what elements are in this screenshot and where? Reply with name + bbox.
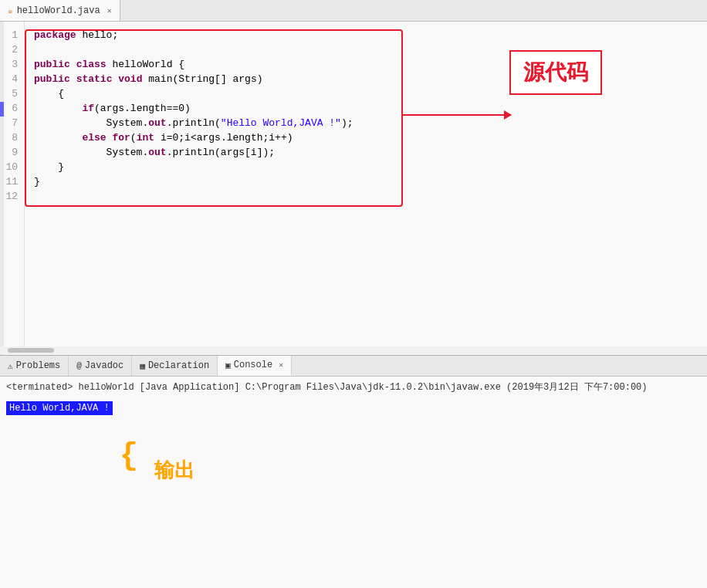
console-output: Hello World,JAVA !	[6, 401, 113, 415]
java-file-icon: ☕	[8, 5, 13, 15]
bottom-panel: ⚠ Problems @ Javadoc ▦ Declaration ▣ Con…	[0, 355, 707, 588]
tab-problems[interactable]: ⚠ Problems	[0, 356, 69, 376]
javadoc-icon: @	[76, 361, 82, 370]
code-line-1: package hello;	[34, 28, 698, 42]
code-line-9: System.out.println(args[i]);	[34, 145, 698, 160]
declaration-icon: ▦	[140, 361, 145, 371]
scrollbar-thumb[interactable]	[8, 348, 54, 353]
code-line-8: else for(int i=0;i<args.length;i++)	[34, 130, 698, 145]
editor-tab-label: helloWorld.java	[17, 5, 100, 16]
output-brace: {	[120, 441, 138, 472]
console-content: <terminated> helloWorld [Java Applicatio…	[0, 377, 707, 418]
code-line-11: }	[34, 174, 698, 189]
tab-problems-label: Problems	[16, 360, 61, 371]
console-close[interactable]: ✕	[279, 360, 283, 370]
editor-container: ☕ helloWorld.java ✕ 1 2 3 4 5 6 7 8 9 10…	[0, 0, 707, 355]
code-line-7: System.out.println("Hello World,JAVA !")…	[34, 116, 698, 130]
output-annotation-label: 输出	[154, 457, 195, 484]
horizontal-scrollbar[interactable]	[0, 346, 707, 354]
tab-javadoc-label: Javadoc	[85, 360, 123, 371]
annotation-arrow	[403, 114, 511, 116]
console-output-container: Hello World,JAVA !	[6, 398, 701, 415]
code-line-10: }	[34, 160, 698, 174]
source-code-label: 源代码	[509, 50, 602, 95]
problems-icon: ⚠	[8, 361, 13, 371]
editor-tab[interactable]: ☕ helloWorld.java ✕	[0, 0, 120, 21]
bottom-tab-bar: ⚠ Problems @ Javadoc ▦ Declaration ▣ Con…	[0, 355, 707, 377]
tab-console-label: Console	[234, 360, 272, 370]
tab-console[interactable]: ▣ Console ✕	[218, 356, 292, 376]
code-content[interactable]: package hello; public class helloWorld {…	[25, 22, 707, 355]
margin-indicator	[0, 102, 4, 117]
left-margin	[0, 22, 4, 355]
tab-declaration-label: Declaration	[148, 360, 209, 371]
tab-declaration[interactable]: ▦ Declaration	[132, 356, 218, 376]
tab-javadoc[interactable]: @ Javadoc	[69, 356, 132, 376]
console-terminated-line: <terminated> helloWorld [Java Applicatio…	[6, 380, 701, 395]
code-line-6: if(args.length==0)	[34, 101, 698, 116]
console-icon: ▣	[225, 360, 231, 370]
editor-tab-bar: ☕ helloWorld.java ✕	[0, 0, 707, 22]
editor-tab-close[interactable]: ✕	[107, 6, 112, 15]
code-line-12	[34, 189, 698, 204]
